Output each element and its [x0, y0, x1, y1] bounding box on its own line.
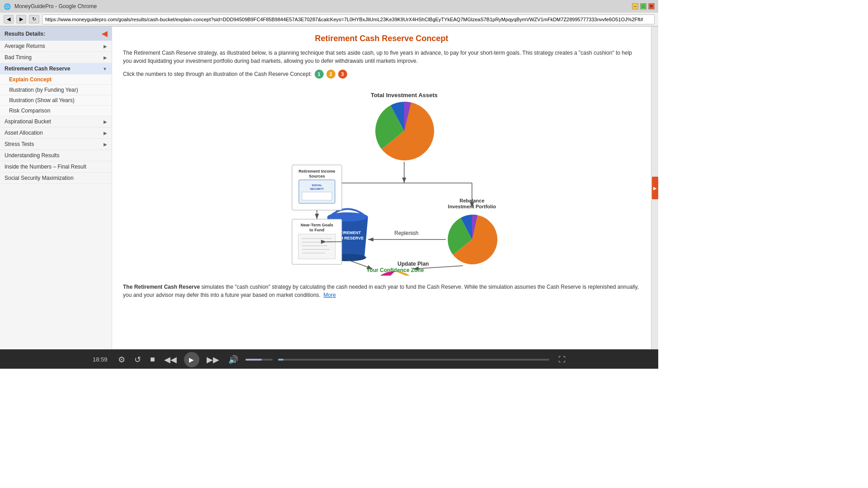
sidebar-item-aspirational-bucket[interactable]: Aspirational Bucket ▶ [0, 116, 112, 127]
stop-button[interactable]: ■ [148, 353, 157, 366]
step-instructions: Click the numbers to step through an ill… [123, 70, 640, 79]
browser-titlebar: 🌐 MoneyGuidePro - Google Chrome – □ ✕ [0, 0, 658, 13]
step-button-1[interactable]: 1 [315, 70, 324, 79]
retirement-income-label-1: Retirement Income [298, 169, 335, 174]
ss-card-text: SOCIAL [312, 184, 322, 187]
sidebar-item-average-returns[interactable]: Average Returns ▶ [0, 41, 112, 52]
fullscreen-button[interactable]: ⛶ [558, 356, 566, 364]
footnote: The Retirement Cash Reserve simulates th… [123, 283, 640, 299]
arrow-icon: ▼ [103, 66, 107, 71]
arrow-icon: ▶ [104, 55, 107, 60]
rewind-button[interactable]: ◀◀ [162, 353, 179, 366]
right-panel-indicator[interactable]: ▶ [651, 27, 658, 349]
settings-button[interactable]: ⚙ [116, 353, 127, 366]
player-bar: 18:59 ⚙ ↺ ■ ◀◀ ▶ ▶▶ 🔊 ⛶ [0, 349, 658, 369]
arrow-icon: ▶ [104, 119, 107, 124]
maximize-button[interactable]: □ [640, 3, 646, 9]
concept-diagram: Total Investment Assets [264, 86, 499, 276]
sidebar-sub-explain-concept[interactable]: Explain Concept [0, 75, 112, 85]
near-term-label-2: to Fund [310, 228, 325, 232]
step-button-2[interactable]: 2 [326, 70, 335, 79]
close-button[interactable]: ✕ [648, 3, 655, 9]
loop-button[interactable]: ↺ [132, 353, 143, 366]
sidebar-item-bad-timing[interactable]: Bad Timing ▶ [0, 52, 112, 63]
arrow-icon: ▶ [104, 131, 107, 136]
player-time: 18:59 [93, 356, 111, 363]
step-button-3[interactable]: 3 [338, 70, 347, 79]
rebalance-label-1: Rebalance [459, 198, 484, 203]
sidebar-item-asset-allocation[interactable]: Asset Allocation ▶ [0, 127, 112, 139]
sidebar-item-inside-numbers[interactable]: Inside the Numbers – Final Result [0, 161, 112, 173]
description-paragraph: The Retirement Cash Reserve strategy, as… [123, 49, 640, 65]
ss-card-text2: SECURITY [310, 188, 324, 190]
window-controls: – □ ✕ [632, 3, 655, 9]
top-pie-chart [375, 102, 434, 160]
browser-chrome: 🌐 MoneyGuidePro - Google Chrome – □ ✕ ◀ … [0, 0, 658, 27]
volume-button[interactable]: 🔊 [226, 353, 240, 366]
diagram-container: Total Investment Assets [123, 86, 640, 276]
goals-doc-bg [298, 234, 335, 259]
sidebar-collapse-icon[interactable]: ◀ [102, 29, 107, 38]
back-button[interactable]: ◀ [4, 15, 14, 23]
app-body: Results Details: ◀ Average Returns ▶ Bad… [0, 27, 658, 349]
main-content: Retirement Cash Reserve Concept The Reti… [112, 27, 651, 349]
ss-card-inner [302, 192, 332, 200]
sidebar-sub-illustration-all[interactable]: Illustration (Show all Years) [0, 95, 112, 106]
arrow-icon: ▶ [104, 142, 107, 147]
page-title: Retirement Cash Reserve Concept [123, 34, 640, 43]
update-plan-label: Update Plan [397, 261, 429, 267]
retirement-income-label-2: Sources [309, 174, 325, 178]
sidebar: Results Details: ◀ Average Returns ▶ Bad… [0, 27, 112, 349]
sidebar-header: Results Details: ◀ [0, 27, 112, 41]
near-term-label-1: Near-Term Goals [301, 223, 333, 227]
replenish-label: Replenish [394, 230, 418, 236]
arrow-icon: ▶ [104, 44, 107, 49]
sidebar-item-understanding-results[interactable]: Understanding Results [0, 150, 112, 161]
browser-toolbar: ◀ ▶ ↻ [0, 13, 658, 26]
browser-title: MoneyGuidePro - Google Chrome [14, 3, 97, 9]
footnote-bold: The Retirement Cash Reserve [123, 284, 200, 290]
rebalance-label-2: Investment Portfolio [448, 204, 496, 209]
sidebar-sub-illustration-funding[interactable]: Illustration (by Funding Year) [0, 85, 112, 95]
sidebar-sub-risk-comparison[interactable]: Risk Comparison [0, 106, 112, 116]
refresh-button[interactable]: ↻ [29, 15, 39, 23]
footnote-text: simulates the "cash cushion" strategy by… [123, 284, 639, 298]
url-bar[interactable] [42, 14, 655, 24]
more-link[interactable]: More [324, 292, 336, 298]
sidebar-item-social-security[interactable]: Social Security Maximization [0, 173, 112, 184]
fast-forward-button[interactable]: ▶▶ [205, 353, 221, 366]
bottom-pie-chart [448, 215, 497, 264]
sidebar-item-retirement-cash-reserve[interactable]: Retirement Cash Reserve ▼ [0, 63, 112, 75]
confidence-zone-label: Your Confidence Zone [366, 267, 424, 273]
sidebar-item-stress-tests[interactable]: Stress Tests ▶ [0, 139, 112, 150]
progress-fill [278, 359, 283, 361]
sidebar-sub-retirement: Explain Concept Illustration (by Funding… [0, 75, 112, 116]
play-button[interactable]: ▶ [184, 352, 199, 367]
total-assets-label: Total Investment Assets [371, 92, 438, 99]
forward-button[interactable]: ▶ [16, 15, 26, 23]
minimize-button[interactable]: – [632, 3, 638, 9]
volume-slider[interactable] [245, 359, 273, 361]
progress-bar[interactable] [278, 359, 549, 361]
